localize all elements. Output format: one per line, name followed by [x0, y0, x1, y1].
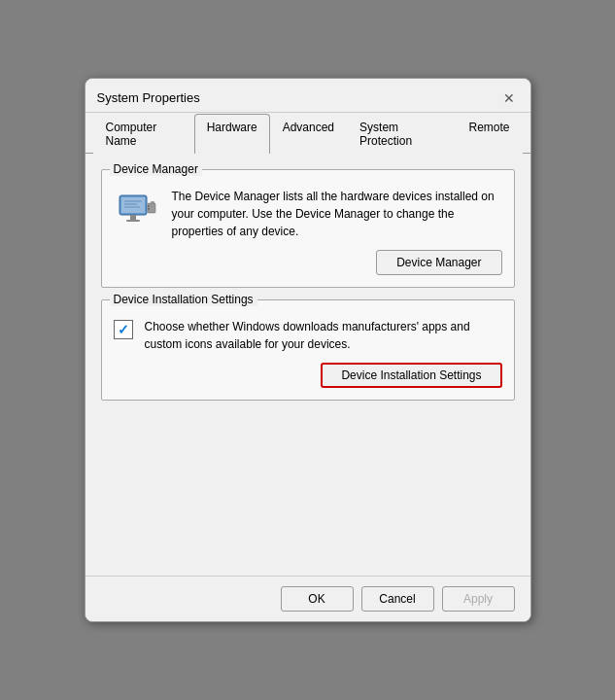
svg-rect-2 — [130, 215, 136, 220]
device-installation-inner: ✓ Choose whether Windows downloads manuf… — [114, 318, 502, 353]
system-properties-dialog: System Properties ✕ Computer Name Hardwa… — [85, 78, 531, 622]
device-installation-description: Choose whether Windows downloads manufac… — [145, 318, 502, 353]
dialog-footer: OK Cancel Apply — [85, 576, 530, 621]
device-installation-section-label: Device Installation Settings — [110, 293, 257, 306]
device-manager-icon — [114, 188, 160, 234]
ok-button[interactable]: OK — [281, 586, 354, 612]
device-manager-button[interactable]: Device Manager — [376, 250, 501, 275]
device-manager-description: The Device Manager lists all the hardwar… — [172, 188, 502, 240]
tab-computer-name[interactable]: Computer Name — [93, 114, 194, 154]
tab-bar: Computer Name Hardware Advanced System P… — [85, 113, 530, 154]
device-manager-section: Device Manager — [101, 169, 515, 288]
content-spacer — [101, 412, 515, 560]
svg-rect-1 — [121, 197, 145, 213]
device-manager-button-row: Device Manager — [114, 250, 502, 275]
device-installation-button-row: Device Installation Settings — [114, 363, 502, 388]
close-button[interactable]: ✕ — [499, 88, 519, 108]
dialog-title: System Properties — [97, 90, 200, 111]
title-bar: System Properties ✕ — [85, 79, 530, 113]
tab-advanced[interactable]: Advanced — [270, 114, 347, 154]
apply-button[interactable]: Apply — [442, 586, 515, 612]
device-manager-inner: The Device Manager lists all the hardwar… — [114, 188, 502, 240]
tab-remote[interactable]: Remote — [456, 114, 522, 154]
device-installation-section: Device Installation Settings ✓ Choose wh… — [101, 299, 515, 401]
checkmark-icon: ✓ — [118, 322, 129, 337]
cancel-button[interactable]: Cancel — [361, 586, 434, 612]
device-installation-checkbox[interactable]: ✓ — [114, 320, 133, 339]
tab-system-protection[interactable]: System Protection — [347, 114, 456, 154]
tab-content: Device Manager — [85, 154, 530, 576]
device-installation-settings-button[interactable]: Device Installation Settings — [321, 363, 501, 388]
svg-rect-4 — [148, 203, 155, 213]
svg-rect-3 — [126, 220, 140, 222]
device-manager-section-label: Device Manager — [110, 162, 202, 176]
tab-hardware[interactable]: Hardware — [194, 114, 270, 154]
